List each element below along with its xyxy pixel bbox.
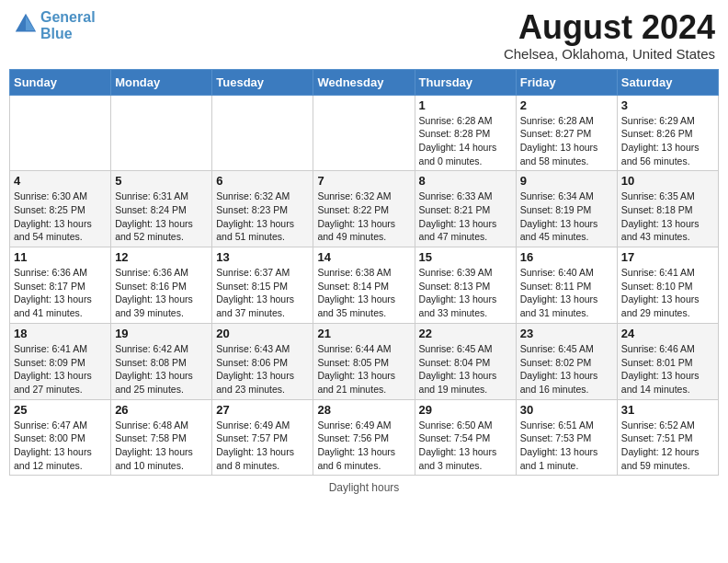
calendar-cell: 20Sunrise: 6:43 AM Sunset: 8:06 PM Dayli…: [212, 323, 313, 399]
day-number: 18: [14, 327, 107, 340]
day-number: 16: [520, 250, 613, 264]
day-number: 2: [520, 98, 613, 112]
calendar-cell: 11Sunrise: 6:36 AM Sunset: 8:17 PM Dayli…: [10, 247, 111, 324]
day-info: Sunrise: 6:46 AM Sunset: 8:01 PM Dayligh…: [621, 342, 714, 396]
calendar-cell: 22Sunrise: 6:45 AM Sunset: 8:04 PM Dayli…: [415, 323, 516, 399]
day-info: Sunrise: 6:38 AM Sunset: 8:14 PM Dayligh…: [317, 266, 410, 320]
day-info: Sunrise: 6:41 AM Sunset: 8:10 PM Dayligh…: [621, 266, 714, 320]
day-number: 10: [621, 174, 714, 188]
day-info: Sunrise: 6:37 AM Sunset: 8:15 PM Dayligh…: [216, 266, 309, 320]
main-title: August 2024: [504, 9, 715, 46]
day-number: 5: [115, 174, 208, 188]
calendar-cell: 26Sunrise: 6:48 AM Sunset: 7:58 PM Dayli…: [111, 399, 212, 476]
calendar-cell: 4Sunrise: 6:30 AM Sunset: 8:25 PM Daylig…: [10, 171, 111, 247]
day-info: Sunrise: 6:44 AM Sunset: 8:05 PM Dayligh…: [317, 342, 410, 396]
calendar-cell: 28Sunrise: 6:49 AM Sunset: 7:56 PM Dayli…: [313, 399, 415, 476]
calendar-cell: 18Sunrise: 6:41 AM Sunset: 8:09 PM Dayli…: [10, 323, 111, 399]
day-number: 25: [14, 403, 107, 417]
day-info: Sunrise: 6:45 AM Sunset: 8:02 PM Dayligh…: [520, 342, 613, 396]
calendar-cell: 27Sunrise: 6:49 AM Sunset: 7:57 PM Dayli…: [212, 399, 313, 476]
title-block: August 2024 Chelsea, Oklahoma, United St…: [504, 9, 715, 62]
calendar-week-row: 25Sunrise: 6:47 AM Sunset: 8:00 PM Dayli…: [10, 399, 719, 476]
day-number: 4: [14, 174, 107, 188]
day-info: Sunrise: 6:39 AM Sunset: 8:13 PM Dayligh…: [419, 266, 512, 320]
day-info: Sunrise: 6:52 AM Sunset: 7:51 PM Dayligh…: [621, 419, 714, 473]
day-number: 13: [216, 250, 309, 264]
day-info: Sunrise: 6:29 AM Sunset: 8:26 PM Dayligh…: [621, 114, 714, 168]
day-number: 7: [317, 174, 410, 188]
weekday-header: Saturday: [617, 69, 718, 95]
day-number: 28: [317, 403, 410, 417]
day-info: Sunrise: 6:42 AM Sunset: 8:08 PM Dayligh…: [115, 342, 208, 396]
weekday-header: Thursday: [415, 69, 516, 95]
day-number: 31: [621, 403, 714, 417]
calendar-cell: 13Sunrise: 6:37 AM Sunset: 8:15 PM Dayli…: [212, 247, 313, 324]
day-info: Sunrise: 6:28 AM Sunset: 8:27 PM Dayligh…: [520, 114, 613, 168]
footer-note: Daylight hours: [9, 481, 719, 494]
day-info: Sunrise: 6:48 AM Sunset: 7:58 PM Dayligh…: [115, 419, 208, 473]
calendar-cell: [313, 95, 415, 171]
day-info: Sunrise: 6:51 AM Sunset: 7:53 PM Dayligh…: [520, 419, 613, 473]
calendar-cell: 12Sunrise: 6:36 AM Sunset: 8:16 PM Dayli…: [111, 247, 212, 324]
day-info: Sunrise: 6:49 AM Sunset: 7:56 PM Dayligh…: [317, 419, 410, 473]
day-info: Sunrise: 6:36 AM Sunset: 8:16 PM Dayligh…: [115, 266, 208, 320]
day-info: Sunrise: 6:28 AM Sunset: 8:28 PM Dayligh…: [419, 114, 512, 168]
day-number: 8: [419, 174, 512, 188]
weekday-header: Friday: [516, 69, 617, 95]
calendar-cell: 1Sunrise: 6:28 AM Sunset: 8:28 PM Daylig…: [415, 95, 516, 171]
calendar-cell: 3Sunrise: 6:29 AM Sunset: 8:26 PM Daylig…: [617, 95, 718, 171]
page-header: General Blue August 2024 Chelsea, Oklaho…: [9, 9, 719, 62]
day-number: 11: [14, 250, 107, 264]
calendar-cell: 29Sunrise: 6:50 AM Sunset: 7:54 PM Dayli…: [415, 399, 516, 476]
calendar-cell: 6Sunrise: 6:32 AM Sunset: 8:23 PM Daylig…: [212, 171, 313, 247]
location-subtitle: Chelsea, Oklahoma, United States: [504, 46, 715, 62]
calendar-week-row: 18Sunrise: 6:41 AM Sunset: 8:09 PM Dayli…: [10, 323, 719, 399]
calendar-cell: 16Sunrise: 6:40 AM Sunset: 8:11 PM Dayli…: [516, 247, 617, 324]
day-info: Sunrise: 6:45 AM Sunset: 8:04 PM Dayligh…: [419, 342, 512, 396]
logo-line2: Blue: [40, 26, 73, 41]
calendar-cell: 25Sunrise: 6:47 AM Sunset: 8:00 PM Dayli…: [10, 399, 111, 476]
logo-icon: [13, 11, 39, 37]
day-info: Sunrise: 6:47 AM Sunset: 8:00 PM Dayligh…: [14, 419, 107, 473]
calendar-cell: 24Sunrise: 6:46 AM Sunset: 8:01 PM Dayli…: [617, 323, 718, 399]
calendar-cell: 10Sunrise: 6:35 AM Sunset: 8:18 PM Dayli…: [617, 171, 718, 247]
weekday-header-row: SundayMondayTuesdayWednesdayThursdayFrid…: [10, 69, 719, 95]
calendar-cell: 23Sunrise: 6:45 AM Sunset: 8:02 PM Dayli…: [516, 323, 617, 399]
day-info: Sunrise: 6:30 AM Sunset: 8:25 PM Dayligh…: [14, 190, 107, 244]
day-info: Sunrise: 6:41 AM Sunset: 8:09 PM Dayligh…: [14, 342, 107, 396]
day-number: 30: [520, 403, 613, 417]
calendar-cell: 19Sunrise: 6:42 AM Sunset: 8:08 PM Dayli…: [111, 323, 212, 399]
calendar-week-row: 11Sunrise: 6:36 AM Sunset: 8:17 PM Dayli…: [10, 247, 719, 324]
day-number: 6: [216, 174, 309, 188]
day-number: 12: [115, 250, 208, 264]
day-number: 27: [216, 403, 309, 417]
day-number: 23: [520, 327, 613, 340]
calendar-week-row: 4Sunrise: 6:30 AM Sunset: 8:25 PM Daylig…: [10, 171, 719, 247]
weekday-header: Monday: [111, 69, 212, 95]
calendar-cell: 5Sunrise: 6:31 AM Sunset: 8:24 PM Daylig…: [111, 171, 212, 247]
weekday-header: Sunday: [10, 69, 111, 95]
calendar-cell: [111, 95, 212, 171]
calendar-cell: 21Sunrise: 6:44 AM Sunset: 8:05 PM Dayli…: [313, 323, 415, 399]
day-info: Sunrise: 6:32 AM Sunset: 8:23 PM Dayligh…: [216, 190, 309, 244]
day-number: 19: [115, 327, 208, 340]
calendar-cell: 8Sunrise: 6:33 AM Sunset: 8:21 PM Daylig…: [415, 171, 516, 247]
day-info: Sunrise: 6:35 AM Sunset: 8:18 PM Dayligh…: [621, 190, 714, 244]
day-number: 15: [419, 250, 512, 264]
calendar-cell: 2Sunrise: 6:28 AM Sunset: 8:27 PM Daylig…: [516, 95, 617, 171]
day-info: Sunrise: 6:31 AM Sunset: 8:24 PM Dayligh…: [115, 190, 208, 244]
calendar-cell: 7Sunrise: 6:32 AM Sunset: 8:22 PM Daylig…: [313, 171, 415, 247]
day-number: 20: [216, 327, 309, 340]
calendar-week-row: 1Sunrise: 6:28 AM Sunset: 8:28 PM Daylig…: [10, 95, 719, 171]
day-info: Sunrise: 6:34 AM Sunset: 8:19 PM Dayligh…: [520, 190, 613, 244]
calendar-cell: 15Sunrise: 6:39 AM Sunset: 8:13 PM Dayli…: [415, 247, 516, 324]
weekday-header: Tuesday: [212, 69, 313, 95]
day-number: 3: [621, 98, 714, 112]
logo-line1: General: [40, 9, 96, 25]
weekday-header: Wednesday: [313, 69, 415, 95]
day-number: 24: [621, 327, 714, 340]
day-info: Sunrise: 6:32 AM Sunset: 8:22 PM Dayligh…: [317, 190, 410, 244]
logo-text: General Blue: [40, 9, 96, 41]
day-number: 14: [317, 250, 410, 264]
day-number: 29: [419, 403, 512, 417]
